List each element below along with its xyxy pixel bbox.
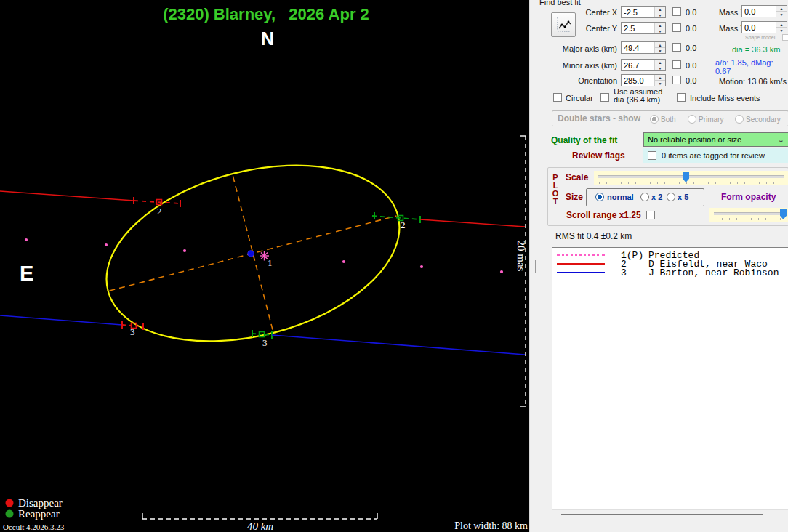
scroll-range-checkbox[interactable] xyxy=(646,211,655,219)
chord-2[interactable] xyxy=(0,191,525,227)
major-axis-spinner[interactable]: ▲▼ xyxy=(654,42,665,53)
motion-readout: Motion: 13.06 km/s xyxy=(719,77,787,86)
center-y-label: Center Y xyxy=(559,24,617,33)
orientation-input[interactable]: 285.0 ▲▼ xyxy=(621,74,666,86)
center-y-err-checkbox[interactable] xyxy=(672,23,681,32)
center-y-input[interactable]: 2.5 ▲▼ xyxy=(621,22,666,34)
km-scale-bar xyxy=(142,513,377,519)
plot-group-label: P L O T xyxy=(551,174,560,206)
use-assumed-checkbox[interactable] xyxy=(600,93,609,102)
control-panel: Find best fit Center X -2.5 ▲▼ 0.0 Mass … xyxy=(529,0,788,532)
double-stars-label: Double stars - show xyxy=(558,113,640,124)
km-scale-label: 40 km xyxy=(247,520,273,532)
minor-axis-label: Minor axis (km) xyxy=(552,61,617,70)
major-axis-err-checkbox[interactable] xyxy=(672,43,681,52)
scale-label: Scale xyxy=(566,172,588,182)
reappear-legend-label: Reappear xyxy=(18,508,60,520)
rms-fit-label: RMS fit 0.4 ±0.2 km xyxy=(555,231,632,241)
minor-axis-spinner[interactable]: ▲▼ xyxy=(654,60,665,70)
chord3-line-swatch xyxy=(557,272,605,273)
size-normal-label: normal xyxy=(607,193,634,201)
plot-canvas: (2320) Blarney, 2026 Apr 2 N E xyxy=(0,0,529,532)
disappear-legend-icon xyxy=(6,499,14,507)
double-stars-primary-radio[interactable] xyxy=(688,115,696,124)
double-stars-secondary-label: Secondary xyxy=(746,116,781,124)
double-stars-primary-label: Primary xyxy=(699,116,723,124)
list-item[interactable]: 3 J Barton, near Robinson xyxy=(552,267,788,277)
major-axis-err: 0.0 xyxy=(686,44,696,52)
app-version: Occult 4.2026.3.23 xyxy=(3,523,65,531)
double-stars-both-radio[interactable] xyxy=(650,115,659,124)
spin-up-icon: ▲ xyxy=(655,7,665,12)
ab-dmag-readout: a/b: 1.85, dMag: 0.67 xyxy=(715,58,788,76)
review-flags-label: Review flags xyxy=(572,150,625,161)
form-opacity-label: Form opacity xyxy=(721,192,776,202)
size-x2-radio[interactable] xyxy=(640,193,649,201)
shape-model-checkbox[interactable] xyxy=(782,34,788,41)
scale-slider[interactable] xyxy=(594,171,788,185)
predicted-number-label: 1 xyxy=(268,257,273,268)
occult-app-window: (2320) Blarney, 2026 Apr 2 N E xyxy=(0,0,788,532)
orientation-label: Orientation xyxy=(552,76,617,85)
double-stars-secondary-radio[interactable] xyxy=(735,115,744,124)
observations-list[interactable]: 1(P) Predicted 2 D Eisfeldt, near Waco 3… xyxy=(552,247,788,510)
mass-y-spinner[interactable]: ▲▼ xyxy=(776,22,787,33)
minor-axis-err: 0.0 xyxy=(686,61,696,70)
center-y-spinner[interactable]: ▲▼ xyxy=(654,23,665,33)
shape-model-label: Shape model xyxy=(745,35,775,40)
major-axis-label: Major axis (km) xyxy=(552,44,617,53)
find-best-fit-label: Find best fit xyxy=(539,0,581,7)
use-assumed-label: Use assumed dia (36.4 km) xyxy=(614,88,662,104)
quality-dropdown[interactable]: No reliable position or size ⌄ xyxy=(643,132,788,147)
center-x-spinner[interactable]: ▲▼ xyxy=(654,7,665,17)
list-horizontal-scrollbar[interactable] xyxy=(552,510,788,517)
scrollbar-thumb[interactable] xyxy=(561,514,763,515)
minor-axis-input[interactable]: 26.7 ▲▼ xyxy=(621,59,666,71)
north-label: N xyxy=(261,28,274,49)
mass-x-spinner[interactable]: ▲▼ xyxy=(776,6,787,17)
orientation-spinner[interactable]: ▲▼ xyxy=(654,75,665,86)
size-x2-label: x 2 xyxy=(651,193,662,201)
spin-down-icon: ▼ xyxy=(655,12,665,17)
predicted-line-swatch xyxy=(557,254,605,256)
minor-axis-err-checkbox[interactable] xyxy=(672,60,681,69)
size-x5-radio[interactable] xyxy=(667,193,675,201)
include-miss-checkbox[interactable] xyxy=(677,93,686,102)
scroll-range-label: Scroll range x1.25 xyxy=(566,210,641,220)
size-normal-radio[interactable] xyxy=(595,193,604,201)
chord3-label-left: 3 xyxy=(130,326,135,337)
ellipse-center-dot[interactable] xyxy=(248,251,254,257)
center-x-input[interactable]: -2.5 ▲▼ xyxy=(621,6,666,18)
circular-checkbox[interactable] xyxy=(553,93,562,102)
center-y-err: 0.0 xyxy=(686,24,696,33)
circular-label: Circular xyxy=(566,94,593,102)
plot-title: (2320) Blarney, 2026 Apr 2 xyxy=(163,5,369,23)
major-axis-input[interactable]: 49.4 ▲▼ xyxy=(621,41,666,54)
mas-scale-label: 20 mas xyxy=(515,241,527,272)
size-label: Size xyxy=(566,192,583,202)
form-opacity-slider[interactable] xyxy=(709,208,788,222)
disappear-legend-label: Disappear xyxy=(18,497,63,509)
diameter-readout: dia = 36.3 km xyxy=(732,45,780,54)
include-miss-label: Include Miss events xyxy=(690,94,760,102)
review-flags-checkbox[interactable] xyxy=(648,151,656,160)
chevron-down-icon: ⌄ xyxy=(778,135,788,145)
orientation-err-checkbox[interactable] xyxy=(672,76,681,84)
chord3-label-right: 3 xyxy=(262,337,268,348)
mass-x-input[interactable]: 0.0 ▲▼ xyxy=(741,5,787,17)
center-x-err: 0.0 xyxy=(686,8,696,17)
panel-splitter[interactable] xyxy=(535,260,536,273)
quality-label: Quality of the fit xyxy=(551,135,617,145)
plot-width-caption: Plot width: 88 km xyxy=(454,520,528,531)
center-x-label: Center X xyxy=(559,8,617,17)
review-flags-text: 0 items are tagged for review xyxy=(662,151,765,160)
size-x5-label: x 5 xyxy=(678,193,688,201)
chord2-label-right: 2 xyxy=(401,219,406,230)
reappear-legend-icon xyxy=(6,510,14,518)
occultation-plot-area[interactable]: (2320) Blarney, 2026 Apr 2 N E xyxy=(0,0,529,532)
chord2-label-left: 2 xyxy=(157,206,162,217)
center-x-err-checkbox[interactable] xyxy=(672,7,681,16)
east-label: E xyxy=(20,262,33,285)
scale-slider-thumb[interactable] xyxy=(683,172,689,182)
mass-y-input[interactable]: 0.0 ▲▼ xyxy=(741,21,787,33)
